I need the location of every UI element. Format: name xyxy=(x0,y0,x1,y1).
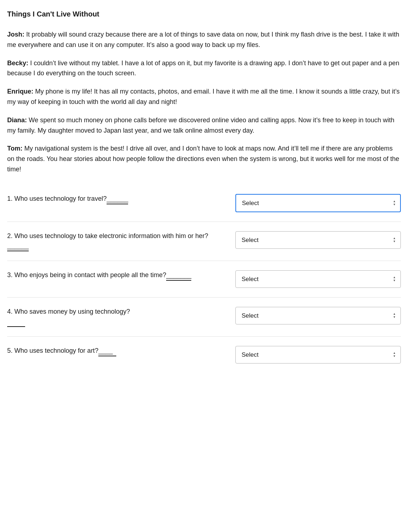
diana-text: We spent so much money on phone calls be… xyxy=(7,117,394,134)
blank-q2: ______ xyxy=(7,241,29,251)
select-q2[interactable]: Select Josh Becky Enrique Diana Tom xyxy=(235,231,401,249)
divider-1 xyxy=(7,222,401,222)
blank-q5: ____ xyxy=(98,346,116,356)
select-q5[interactable]: Select Josh Becky Enrique Diana Tom xyxy=(235,346,401,364)
question-text-3: 3. Who enjoys being in contact with peop… xyxy=(7,270,224,281)
speaker-diana: Diana: xyxy=(7,117,27,124)
select-q1[interactable]: Select Josh Becky Enrique Diana Tom xyxy=(235,194,401,212)
questions-section: 1. Who uses technology for travel?______… xyxy=(7,187,401,370)
question-text-2: 2. Who uses technology to take electroni… xyxy=(7,231,224,251)
passages-section: Josh: It probably will sound crazy becau… xyxy=(7,29,401,175)
page-title: Things I Can't Live Without xyxy=(7,9,401,19)
speaker-tom: Tom: xyxy=(7,145,23,152)
enrique-text: My phone is my life! It has all my conta… xyxy=(7,88,400,105)
divider-2 xyxy=(7,261,401,261)
question-row-3: 3. Who enjoys being in contact with peop… xyxy=(7,264,401,294)
passage-tom: Tom: My navigational system is the best!… xyxy=(7,143,401,174)
question-row-4: 4. Who saves money by using technology? … xyxy=(7,300,401,333)
josh-text: It probably will sound crazy because the… xyxy=(7,31,399,48)
select-wrapper-1: Select Josh Becky Enrique Diana Tom ▲▼ xyxy=(235,194,401,212)
speaker-becky: Becky: xyxy=(7,60,28,67)
select-wrapper-3: Select Josh Becky Enrique Diana Tom ▲▼ xyxy=(235,270,401,288)
question-text-4: 4. Who saves money by using technology? xyxy=(7,307,224,327)
select-q3[interactable]: Select Josh Becky Enrique Diana Tom xyxy=(235,270,401,288)
blank-q4 xyxy=(7,317,25,327)
question-text-1: 1. Who uses technology for travel?______ xyxy=(7,194,224,204)
select-wrapper-4: Select Josh Becky Enrique Diana Tom ▲▼ xyxy=(235,307,401,324)
divider-3 xyxy=(7,297,401,298)
divider-4 xyxy=(7,336,401,337)
passage-diana: Diana: We spent so much money on phone c… xyxy=(7,115,401,136)
passage-enrique: Enrique: My phone is my life! It has all… xyxy=(7,86,401,107)
select-wrapper-5: Select Josh Becky Enrique Diana Tom ▲▼ xyxy=(235,346,401,364)
passage-josh: Josh: It probably will sound crazy becau… xyxy=(7,29,401,50)
select-wrapper-2: Select Josh Becky Enrique Diana Tom ▲▼ xyxy=(235,231,401,249)
blank-q3: _______ xyxy=(166,270,191,281)
select-q4[interactable]: Select Josh Becky Enrique Diana Tom xyxy=(235,307,401,324)
question-row-2: 2. Who uses technology to take electroni… xyxy=(7,225,401,258)
speaker-josh: Josh: xyxy=(7,31,24,38)
question-row-1: 1. Who uses technology for travel?______… xyxy=(7,187,401,219)
becky-text: I couldn’t live without my tablet. I hav… xyxy=(7,60,399,77)
blank-q1: ______ xyxy=(107,194,128,204)
speaker-enrique: Enrique: xyxy=(7,88,33,95)
passage-becky: Becky: I couldn’t live without my tablet… xyxy=(7,58,401,79)
question-row-5: 5. Who uses technology for art?____ Sele… xyxy=(7,339,401,370)
question-text-5: 5. Who uses technology for art?____ xyxy=(7,346,224,356)
tom-text: My navigational system is the best! I dr… xyxy=(7,145,399,173)
